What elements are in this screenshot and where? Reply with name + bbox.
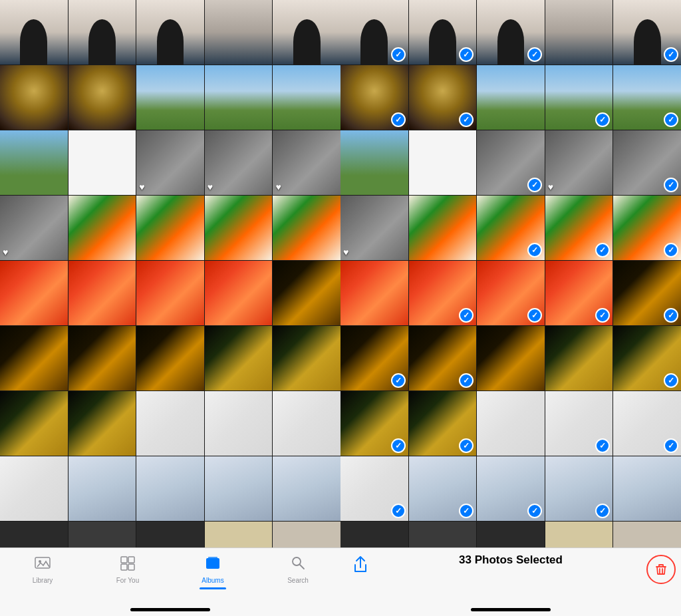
photo-cell[interactable] (68, 196, 136, 260)
photo-cell[interactable] (205, 0, 273, 65)
photo-cell[interactable] (0, 456, 68, 521)
photo-cell[interactable] (68, 522, 136, 547)
photo-cell[interactable] (409, 196, 477, 260)
photo-cell[interactable] (136, 65, 204, 130)
photo-cell[interactable] (136, 522, 204, 547)
photo-cell-selected[interactable] (613, 0, 681, 65)
photo-cell[interactable]: ♥ (0, 196, 68, 260)
photo-cell[interactable] (545, 0, 613, 65)
photo-cell[interactable] (205, 456, 273, 521)
tab-library[interactable]: Library (0, 553, 85, 584)
photo-cell[interactable]: ♥ (273, 130, 340, 195)
selected-count-label: 33 Photos Selected (459, 553, 563, 567)
photo-cell-selected[interactable] (340, 0, 408, 65)
photo-cell[interactable] (68, 261, 136, 325)
photo-cell-selected[interactable] (477, 261, 545, 325)
photo-cell[interactable] (273, 0, 340, 65)
photo-cell[interactable] (273, 326, 340, 390)
photo-cell-selected[interactable] (545, 456, 613, 521)
photo-cell[interactable] (68, 130, 136, 195)
photo-cell[interactable] (0, 522, 68, 547)
svg-rect-5 (128, 564, 134, 570)
photo-cell[interactable] (68, 65, 136, 130)
photo-cell-selected[interactable] (409, 65, 477, 130)
photo-cell-selected[interactable] (340, 456, 408, 521)
photo-cell-selected[interactable] (477, 456, 545, 521)
photo-cell[interactable] (340, 522, 408, 547)
photo-cell[interactable] (136, 0, 204, 65)
photo-cell[interactable] (273, 456, 340, 521)
photo-cell-selected[interactable] (545, 65, 613, 130)
photo-cell[interactable] (136, 391, 204, 456)
photo-cell[interactable] (68, 391, 136, 456)
photo-cell[interactable]: ♥ (205, 130, 273, 195)
photo-cell[interactable] (136, 261, 204, 325)
photo-cell[interactable] (0, 261, 68, 325)
photo-cell[interactable] (205, 196, 273, 260)
photo-cell[interactable] (68, 0, 136, 65)
photo-cell[interactable]: ♥ (136, 130, 204, 195)
photo-cell[interactable]: ♥ (545, 130, 613, 195)
photo-cell[interactable] (0, 130, 68, 195)
photo-cell[interactable] (0, 391, 68, 456)
photo-cell[interactable] (477, 65, 545, 130)
selection-check (527, 47, 542, 62)
photo-cell[interactable] (409, 130, 477, 195)
photo-cell[interactable] (273, 261, 340, 325)
share-button[interactable] (340, 553, 380, 575)
tab-albums[interactable]: Albums (170, 553, 255, 589)
photo-cell[interactable] (68, 456, 136, 521)
photo-cell[interactable] (613, 456, 681, 521)
photo-cell-selected[interactable] (477, 196, 545, 260)
photo-cell[interactable] (273, 65, 340, 130)
photo-cell-selected[interactable] (409, 0, 477, 65)
photo-cell[interactable] (136, 456, 204, 521)
photo-cell[interactable] (205, 391, 273, 456)
photo-cell-selected[interactable] (409, 391, 477, 456)
photo-cell-selected[interactable] (613, 196, 681, 260)
photo-cell[interactable] (0, 65, 68, 130)
photo-cell-selected[interactable] (545, 391, 613, 456)
photo-cell-selected[interactable] (409, 261, 477, 325)
photo-cell[interactable] (273, 522, 340, 547)
photo-cell-selected[interactable] (545, 196, 613, 260)
photo-cell-selected[interactable] (340, 391, 408, 456)
photo-cell[interactable] (205, 65, 273, 130)
photo-cell[interactable] (136, 326, 204, 390)
photo-cell-selected[interactable] (409, 456, 477, 521)
photo-cell[interactable] (273, 391, 340, 456)
photo-cell[interactable] (477, 326, 545, 390)
photo-cell[interactable] (205, 326, 273, 390)
photo-cell[interactable] (205, 261, 273, 325)
photo-cell-selected[interactable] (613, 130, 681, 195)
photo-cell-selected[interactable] (477, 0, 545, 65)
photo-cell-selected[interactable] (477, 130, 545, 195)
photo-cell[interactable] (0, 326, 68, 390)
photo-cell-selected[interactable] (340, 65, 408, 130)
photo-cell-selected[interactable] (613, 261, 681, 325)
photo-cell[interactable] (0, 0, 68, 65)
photo-cell[interactable] (273, 196, 340, 260)
photo-cell[interactable] (477, 391, 545, 456)
photo-cell[interactable] (340, 261, 408, 325)
photo-cell[interactable]: ♥ (340, 196, 408, 260)
photo-cell[interactable] (545, 326, 613, 390)
photo-cell[interactable] (205, 522, 273, 547)
photo-cell-selected[interactable] (613, 65, 681, 130)
photo-cell-selected[interactable] (613, 391, 681, 456)
photo-cell[interactable] (340, 130, 408, 195)
photo-cell[interactable] (613, 522, 681, 547)
photo-cell-selected[interactable] (409, 326, 477, 390)
tab-for-you[interactable]: For You (85, 553, 170, 584)
delete-button[interactable] (641, 553, 681, 584)
photo-cell[interactable] (409, 522, 477, 547)
photo-cell-selected[interactable] (613, 326, 681, 390)
photo-cell[interactable] (477, 522, 545, 547)
photo-cell[interactable] (545, 522, 613, 547)
photo-cell-selected[interactable] (340, 326, 408, 390)
photo-cell[interactable] (68, 326, 136, 390)
selection-check (595, 243, 610, 257)
tab-search[interactable]: Search (255, 553, 340, 584)
photo-cell[interactable] (136, 196, 204, 260)
photo-cell-selected[interactable] (545, 261, 613, 325)
